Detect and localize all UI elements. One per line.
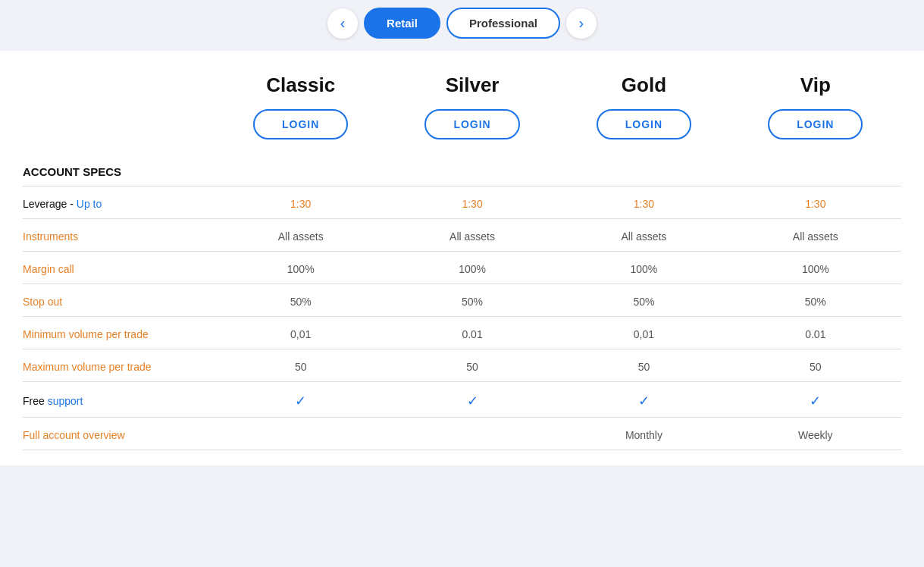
margin-call-label-cell: Margin call [23,252,215,284]
max-volume-label-cell: Maximum volume per trade [23,349,215,382]
gold-free-support: ✓ [558,382,729,418]
account-specs-title: ACCOUNT SPECS [23,155,901,186]
full-account-overview-label: Full account overview [23,429,125,441]
vip-full-account: Weekly [730,418,901,450]
stop-out-label-cell: Stop out [23,284,215,317]
gold-full-account: Monthly [558,418,729,450]
vip-instruments: All assets [730,219,901,252]
vip-leverage: 1:30 [730,186,901,219]
silver-leverage: 1:30 [387,186,558,219]
gold-login-button[interactable]: LOGIN [597,109,691,139]
vip-stop-out: 50% [730,284,901,317]
gold-name: Gold [558,74,729,109]
vip-login-cell: LOGIN [730,109,901,155]
silver-login-button[interactable]: LOGIN [424,109,519,139]
full-account-overview-label-cell: Full account overview [23,418,215,450]
main-content: Classic Silver Gold Vip LOGIN LOGIN LOGI… [0,51,924,465]
vip-login-button[interactable]: LOGIN [768,109,863,139]
professional-tab-button[interactable]: Professional [446,8,560,39]
leverage-label-cell: Leverage - Up to [23,186,215,219]
gold-min-volume: 0,01 [558,317,729,349]
section-title-row: ACCOUNT SPECS [23,155,901,186]
classic-instruments: All assets [215,219,387,252]
vip-margin-call: 100% [730,252,901,284]
silver-instruments: All assets [387,219,558,252]
silver-full-account [387,418,558,450]
classic-name: Classic [215,74,387,109]
support-word: support [48,395,83,407]
margin-call-label: Margin call [23,263,74,275]
instruments-row: Instruments All assets All assets All as… [23,219,901,252]
accounts-table: Classic Silver Gold Vip LOGIN LOGIN LOGI… [23,74,901,450]
classic-max-volume: 50 [215,349,387,382]
classic-min-volume: 0,01 [215,317,387,349]
silver-login-cell: LOGIN [387,109,558,155]
classic-full-account [215,418,387,450]
account-names-row: Classic Silver Gold Vip [23,74,901,109]
gold-margin-call: 100% [558,252,729,284]
free-support-row: Free support ✓ ✓ ✓ ✓ [23,382,901,418]
vip-min-volume: 0.01 [730,317,901,349]
min-volume-row: Minimum volume per trade 0,01 0.01 0,01 … [23,317,901,349]
gold-max-volume: 50 [558,349,729,382]
classic-check-icon: ✓ [295,393,306,409]
leverage-prefix: Leverage - [23,198,77,210]
free-support-label-cell: Free support [23,382,215,418]
free-support-label: Free support [23,395,83,407]
max-volume-label: Maximum volume per trade [23,361,152,373]
classic-stop-out: 50% [215,284,387,317]
stop-out-row: Stop out 50% 50% 50% 50% [23,284,901,317]
instruments-label-cell: Instruments [23,219,215,252]
full-account-overview-row: Full account overview Monthly Weekly [23,418,901,450]
gold-stop-out: 50% [558,284,729,317]
min-volume-label: Minimum volume per trade [23,328,149,340]
classic-login-cell: LOGIN [215,109,387,155]
classic-login-button[interactable]: LOGIN [253,109,348,139]
vip-free-support: ✓ [730,382,901,418]
gold-instruments: All assets [558,219,729,252]
silver-check-icon: ✓ [467,393,478,409]
top-navigation: ‹ Retail Professional › [0,0,924,51]
silver-max-volume: 50 [387,349,558,382]
stop-out-label: Stop out [23,296,62,308]
max-volume-row: Maximum volume per trade 50 50 50 50 [23,349,901,382]
classic-margin-call: 100% [215,252,387,284]
login-buttons-row: LOGIN LOGIN LOGIN LOGIN [23,109,901,155]
retail-tab-button[interactable]: Retail [364,8,440,39]
vip-max-volume: 50 [730,349,901,382]
free-prefix: Free [23,395,48,407]
margin-call-row: Margin call 100% 100% 100% 100% [23,252,901,284]
vip-check-icon: ✓ [810,393,821,409]
instruments-label: Instruments [23,230,78,243]
silver-min-volume: 0.01 [387,317,558,349]
min-volume-label-cell: Minimum volume per trade [23,317,215,349]
prev-arrow-button[interactable]: ‹ [327,8,358,39]
silver-name: Silver [387,74,558,109]
silver-stop-out: 50% [387,284,558,317]
gold-leverage: 1:30 [558,186,729,219]
silver-free-support: ✓ [387,382,558,418]
vip-name: Vip [730,74,901,109]
classic-free-support: ✓ [215,382,387,418]
silver-margin-call: 100% [387,252,558,284]
next-arrow-button[interactable]: › [566,8,597,39]
leverage-row: Leverage - Up to 1:30 1:30 1:30 1:30 [23,186,901,219]
leverage-up-to: Up to [77,198,102,210]
classic-leverage: 1:30 [215,186,387,219]
gold-check-icon: ✓ [638,393,650,409]
gold-login-cell: LOGIN [558,109,729,155]
leverage-label: Leverage - Up to [23,198,102,210]
